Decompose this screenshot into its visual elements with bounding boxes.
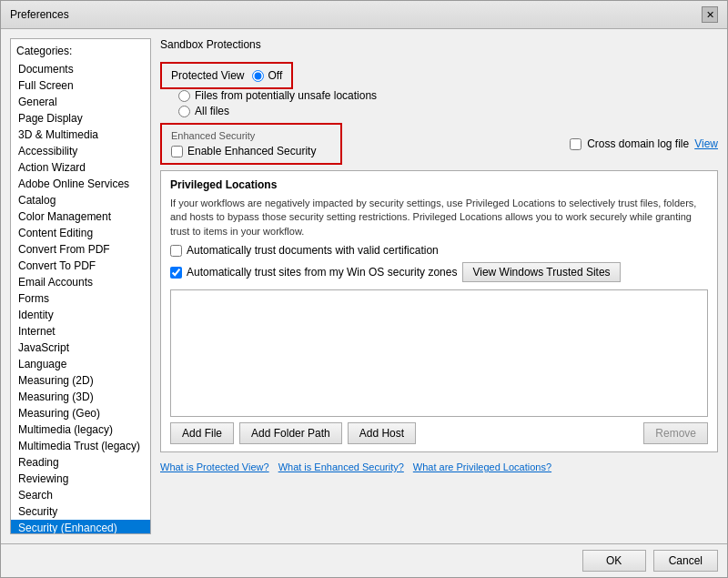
- remove-button[interactable]: Remove: [643, 422, 708, 444]
- sidebar-item[interactable]: Email Accounts: [11, 274, 150, 290]
- add-buttons-row: Add File Add Folder Path Add Host Remove: [170, 422, 708, 444]
- sidebar-item[interactable]: General: [11, 94, 150, 110]
- sidebar-item[interactable]: Search: [11, 487, 150, 503]
- sidebar-item[interactable]: 3D & Multimedia: [11, 127, 150, 143]
- sidebar-item[interactable]: Internet: [11, 323, 150, 340]
- sidebar-item[interactable]: Measuring (3D): [11, 389, 150, 405]
- sidebar-list: DocumentsFull ScreenGeneralPage Display3…: [11, 61, 150, 534]
- sidebar-item[interactable]: Color Management: [11, 208, 150, 225]
- radio-unsafe-input[interactable]: [178, 90, 190, 102]
- view-link[interactable]: View: [694, 137, 718, 150]
- cancel-button[interactable]: Cancel: [653, 550, 718, 572]
- enhanced-security-box: Enhanced Security Enable Enhanced Securi…: [160, 123, 342, 165]
- priv-title: Privileged Locations: [170, 178, 708, 191]
- sidebar-item[interactable]: JavaScript: [11, 340, 150, 356]
- sidebar-item[interactable]: Documents: [11, 61, 150, 77]
- sidebar-item[interactable]: Convert From PDF: [11, 241, 150, 258]
- sites-row: Automatically trust sites from my Win OS…: [170, 262, 708, 282]
- sidebar-item[interactable]: Accessibility: [11, 143, 150, 159]
- sidebar-item[interactable]: Reading: [11, 454, 150, 471]
- cert-checkbox-text: Automatically trust documents with valid…: [187, 244, 439, 257]
- sidebar-item[interactable]: Adobe Online Services: [11, 176, 150, 192]
- protected-view-box: Protected View Off: [160, 62, 293, 89]
- enhanced-security-checkbox[interactable]: [171, 146, 183, 157]
- cross-domain-label: Cross domain log file: [587, 137, 689, 150]
- ok-button[interactable]: OK: [582, 550, 646, 572]
- title-bar: Preferences ✕: [1, 1, 727, 29]
- link-privileged-locations[interactable]: What are Privileged Locations?: [413, 461, 551, 472]
- radio-off-label: Off: [268, 69, 283, 82]
- privileged-locations: Privileged Locations If your workflows a…: [160, 170, 718, 452]
- sidebar: Categories: DocumentsFull ScreenGeneralP…: [10, 38, 151, 534]
- sidebar-item[interactable]: Language: [11, 356, 150, 372]
- sidebar-item[interactable]: Identity: [11, 307, 150, 323]
- sidebar-item[interactable]: Measuring (2D): [11, 372, 150, 389]
- priv-list-area: [170, 289, 708, 417]
- sidebar-item[interactable]: Reviewing: [11, 471, 150, 487]
- radio-unsafe[interactable]: Files from potentially unsafe locations: [178, 89, 718, 102]
- sites-checkbox-label[interactable]: Automatically trust sites from my Win OS…: [170, 266, 457, 279]
- sites-checkbox[interactable]: [170, 267, 182, 279]
- radio-all-input[interactable]: [178, 106, 190, 117]
- sidebar-item[interactable]: Content Editing: [11, 225, 150, 241]
- sidebar-item[interactable]: Measuring (Geo): [11, 405, 150, 421]
- sites-checkbox-text: Automatically trust sites from my Win OS…: [187, 266, 457, 279]
- enhanced-security-label: Enable Enhanced Security: [187, 145, 316, 157]
- radio-all[interactable]: All files: [178, 105, 718, 117]
- sidebar-item[interactable]: Catalog: [11, 192, 150, 208]
- win-trusted-button[interactable]: View Windows Trusted Sites: [462, 262, 620, 282]
- add-host-button[interactable]: Add Host: [348, 422, 416, 444]
- radio-all-label: All files: [195, 105, 229, 117]
- cross-domain-section: Cross domain log file View: [570, 137, 718, 150]
- cert-checkbox-label[interactable]: Automatically trust documents with valid…: [170, 244, 708, 257]
- add-file-button[interactable]: Add File: [170, 422, 234, 444]
- radio-off-input[interactable]: [252, 70, 264, 82]
- cross-domain-checkbox[interactable]: [570, 138, 581, 150]
- sandbox-protections: Protected View Off Files from potentiall…: [160, 62, 718, 474]
- priv-desc: If your workflows are negatively impacte…: [170, 197, 708, 238]
- enhanced-row-container: Enhanced Security Enable Enhanced Securi…: [160, 123, 718, 165]
- section-title: Sandbox Protections: [160, 38, 718, 51]
- radio-off[interactable]: Off: [252, 69, 283, 82]
- sidebar-item[interactable]: Full Screen: [11, 77, 150, 94]
- dialog-title: Preferences: [10, 8, 69, 21]
- cert-checkbox[interactable]: [170, 245, 182, 257]
- enhanced-security-checkbox-label[interactable]: Enable Enhanced Security: [171, 145, 331, 157]
- sidebar-item[interactable]: Page Display: [11, 110, 150, 127]
- radio-group: Files from potentially unsafe locations …: [160, 89, 718, 117]
- sidebar-header: Categories:: [11, 41, 150, 61]
- sidebar-item[interactable]: Multimedia (legacy): [11, 421, 150, 438]
- add-folder-button[interactable]: Add Folder Path: [239, 422, 342, 444]
- sidebar-item[interactable]: Multimedia Trust (legacy): [11, 438, 150, 454]
- preferences-dialog: Preferences ✕ Categories: DocumentsFull …: [0, 0, 728, 578]
- link-enhanced-security[interactable]: What is Enhanced Security?: [278, 461, 404, 472]
- enhanced-section-title: Enhanced Security: [171, 130, 331, 141]
- radio-unsafe-label: Files from potentially unsafe locations: [195, 89, 377, 102]
- link-protected-view[interactable]: What is Protected View?: [160, 461, 269, 472]
- sidebar-item[interactable]: Security (Enhanced): [11, 520, 150, 534]
- protected-view-label: Protected View: [171, 69, 245, 82]
- sidebar-item[interactable]: Action Wizard: [11, 159, 150, 176]
- bottom-links: What is Protected View? What is Enhanced…: [160, 458, 718, 474]
- protected-view-section: Protected View Off Files from potentiall…: [160, 62, 718, 117]
- sidebar-item[interactable]: Forms: [11, 290, 150, 307]
- footer-buttons: OK Cancel: [1, 543, 727, 577]
- close-button[interactable]: ✕: [702, 6, 718, 23]
- sidebar-item[interactable]: Convert To PDF: [11, 258, 150, 274]
- sidebar-item[interactable]: Security: [11, 503, 150, 520]
- dialog-body: Categories: DocumentsFull ScreenGeneralP…: [1, 29, 727, 543]
- main-content: Sandbox Protections Protected View Off: [160, 38, 718, 534]
